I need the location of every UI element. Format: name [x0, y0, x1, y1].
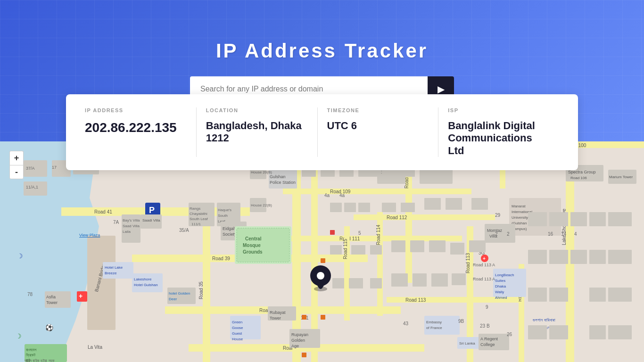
svg-text:Deer: Deer	[169, 297, 177, 301]
svg-rect-199	[570, 212, 587, 226]
svg-rect-201	[608, 212, 632, 226]
svg-rect-213	[589, 325, 606, 339]
svg-rect-13	[203, 217, 210, 362]
timezone-label: TIMEZONE	[327, 107, 429, 113]
svg-rect-202	[528, 250, 547, 264]
info-card: IP ADDRESS 202.86.222.135 LOCATION Bangl…	[66, 94, 578, 170]
svg-text:ক্রিকেট: ক্রিকেট	[26, 353, 36, 357]
svg-text:Road 39: Road 39	[212, 256, 230, 261]
svg-rect-203	[549, 250, 568, 264]
svg-rect-185	[391, 240, 405, 252]
svg-text:Police Station: Police Station	[270, 180, 296, 185]
svg-text:Saad Villa: Saad Villa	[123, 224, 140, 228]
svg-text:Ahmed: Ahmed	[495, 296, 507, 300]
svg-rect-233	[302, 315, 306, 320]
svg-text:Chayabithi: Chayabithi	[190, 212, 207, 216]
svg-rect-214	[608, 325, 632, 339]
isp-value: Banglalink Digital Communications Ltd	[448, 120, 550, 157]
svg-text:hotel Golden: hotel Golden	[169, 291, 190, 296]
map-controls: + -	[9, 151, 24, 179]
svg-text:গুলশান বারিধারা: গুলশান বারিধারা	[532, 318, 555, 322]
zoom-in-button[interactable]: +	[9, 151, 24, 165]
svg-rect-212	[549, 325, 568, 339]
svg-text:Eidgah: Eidgah	[223, 226, 236, 231]
svg-text:43: 43	[403, 321, 409, 326]
svg-text:Age: Age	[291, 344, 299, 348]
svg-rect-121	[167, 288, 196, 304]
svg-rect-193	[391, 273, 408, 287]
svg-rect-210	[608, 288, 632, 302]
svg-text:Sri Lanka: Sri Lanka	[459, 341, 475, 346]
map-container[interactable]: + - Banani Bridge Road 41 Road 39 Road 3…	[0, 141, 644, 362]
svg-rect-194	[413, 273, 427, 287]
svg-text:View Plaza: View Plaza	[79, 233, 100, 238]
location-section: LOCATION Bangladesh, Dhaka 1212	[197, 107, 318, 157]
isp-label: ISP	[448, 107, 550, 113]
svg-rect-191	[349, 278, 363, 288]
svg-text:14: 14	[561, 231, 567, 237]
svg-text:4a: 4a	[339, 193, 345, 198]
svg-rect-176	[358, 203, 370, 212]
svg-text:2: 2	[507, 231, 510, 237]
svg-text:☽: ☽	[16, 332, 22, 340]
svg-text:26: 26	[507, 332, 512, 337]
svg-text:Central: Central	[245, 236, 262, 241]
svg-rect-178	[401, 203, 415, 212]
svg-text:Rangs: Rangs	[190, 206, 200, 211]
svg-text:11/A,1: 11/A,1	[26, 185, 38, 189]
isp-section: ISP Banglalink Digital Communications Lt…	[438, 107, 559, 157]
svg-rect-174	[330, 203, 342, 212]
svg-text:Goose: Goose	[232, 326, 243, 330]
svg-text:Marium Tower: Marium Tower	[609, 175, 633, 179]
svg-text:LongBeach: LongBeach	[495, 273, 514, 277]
zoom-out-button[interactable]: -	[9, 165, 24, 179]
svg-text:9: 9	[486, 304, 488, 310]
svg-rect-27	[354, 214, 495, 220]
svg-text:Mosque: Mosque	[243, 243, 261, 248]
svg-rect-232	[321, 258, 325, 263]
svg-rect-184	[370, 245, 382, 255]
svg-rect-1	[87, 236, 116, 330]
svg-rect-207	[528, 288, 547, 302]
svg-text:Green: Green	[232, 320, 242, 324]
svg-text:9B: 9B	[458, 319, 464, 324]
svg-text:37/A: 37/A	[26, 166, 35, 171]
svg-rect-197	[528, 212, 547, 226]
svg-text:Embassy: Embassy	[426, 320, 442, 324]
svg-text:Manarat: Manarat	[512, 204, 526, 208]
svg-text:Road 113: Road 113	[465, 253, 471, 273]
svg-text:P: P	[149, 206, 155, 215]
svg-text:2: 2	[495, 231, 498, 237]
ip-address-section: IP ADDRESS 202.86.222.135	[85, 107, 197, 157]
svg-rect-188	[450, 243, 464, 255]
svg-text:Road 113: Road 113	[405, 297, 426, 303]
svg-text:Wally: Wally	[495, 290, 504, 294]
svg-rect-198	[549, 212, 568, 226]
page-title: IP Address Tracker	[216, 40, 428, 62]
svg-text:Hotel Gulshan: Hotel Gulshan	[134, 283, 158, 287]
svg-text:House 20(B): House 20(B)	[251, 170, 272, 174]
svg-text:29: 29	[495, 213, 501, 218]
svg-text:Tower: Tower	[270, 316, 281, 321]
svg-text:Spectra Group: Spectra Group	[568, 170, 596, 174]
svg-text:Road 41: Road 41	[94, 209, 112, 214]
svg-text:আব্দুল বারিক ভুইয়া সড়ক: আব্দুল বারিক ভুইয়া সড়ক	[25, 359, 55, 362]
svg-text:Road 113 A: Road 113 A	[473, 263, 495, 267]
svg-text:বাংলাদেশ: বাংলাদেশ	[26, 348, 37, 352]
location-label: LOCATION	[206, 107, 308, 113]
svg-rect-211	[528, 325, 547, 339]
svg-text:5: 5	[358, 230, 361, 236]
svg-rect-103	[45, 291, 71, 308]
svg-text:La Vita: La Vita	[88, 345, 102, 350]
svg-text:Rupayan: Rupayan	[291, 332, 308, 337]
svg-rect-195	[431, 273, 448, 287]
svg-rect-209	[589, 288, 606, 302]
svg-rect-181	[471, 198, 488, 210]
svg-text:Grounds: Grounds	[243, 249, 263, 255]
svg-rect-96	[485, 224, 515, 243]
svg-rect-231	[330, 230, 335, 235]
svg-text:Road 35: Road 35	[198, 281, 204, 299]
svg-text:111/1: 111/1	[191, 222, 201, 226]
svg-rect-137	[424, 316, 460, 335]
svg-rect-182	[330, 245, 342, 255]
